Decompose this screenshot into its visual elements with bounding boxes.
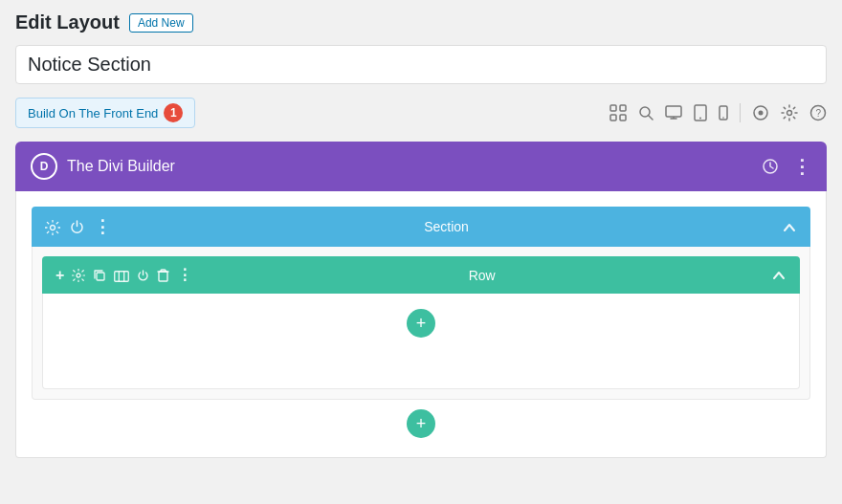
- grid-icon[interactable]: [609, 104, 627, 121]
- section-collapse-icon[interactable]: [782, 218, 797, 235]
- row-columns-icon[interactable]: [114, 268, 129, 282]
- section-power-icon[interactable]: [70, 219, 84, 235]
- help-icon[interactable]: ?: [809, 104, 827, 121]
- divi-builder-title: The Divi Builder: [67, 158, 175, 175]
- mobile-icon[interactable]: [719, 105, 728, 121]
- add-new-button[interactable]: Add New: [129, 13, 193, 33]
- svg-rect-22: [115, 271, 129, 281]
- section-label: Section: [111, 219, 782, 234]
- search-icon[interactable]: [638, 105, 654, 121]
- svg-point-20: [77, 274, 80, 277]
- divi-builder-panel: D The Divi Builder ⋮: [15, 142, 827, 191]
- svg-point-19: [51, 225, 55, 230]
- builder-body: ⋮ Section +: [15, 191, 827, 458]
- section-more-icon[interactable]: ⋮: [94, 216, 111, 237]
- row-collapse-icon[interactable]: [771, 267, 787, 284]
- svg-rect-6: [666, 106, 681, 117]
- builder-more-icon[interactable]: ⋮: [792, 155, 811, 178]
- add-section-button[interactable]: +: [407, 409, 435, 438]
- row-add-icon[interactable]: +: [55, 267, 64, 284]
- add-module-button[interactable]: +: [407, 309, 435, 338]
- row-more-icon[interactable]: ⋮: [177, 266, 192, 284]
- svg-point-14: [759, 111, 764, 116]
- row-bar: +: [42, 256, 800, 294]
- row-label: Row: [192, 268, 771, 283]
- build-btn-label: Build On The Front End: [28, 106, 158, 121]
- section-bar: ⋮ Section: [32, 207, 810, 247]
- svg-rect-25: [159, 272, 167, 281]
- builder-history-icon[interactable]: [762, 158, 779, 176]
- history-icon[interactable]: [752, 104, 769, 121]
- row-duplicate-icon[interactable]: [93, 268, 106, 283]
- row-power-icon[interactable]: [137, 268, 149, 282]
- divi-logo: D: [31, 153, 57, 180]
- row-body: +: [42, 294, 800, 389]
- layout-name-input[interactable]: [15, 45, 827, 84]
- svg-rect-3: [620, 115, 626, 121]
- notification-badge: 1: [164, 103, 183, 122]
- row-container: +: [32, 247, 810, 400]
- svg-text:?: ?: [816, 108, 822, 119]
- svg-point-12: [722, 117, 724, 119]
- toolbar-divider: [740, 103, 741, 122]
- gear-icon[interactable]: [781, 104, 798, 121]
- row-delete-icon[interactable]: [157, 268, 169, 283]
- row-settings-icon[interactable]: [72, 268, 85, 283]
- svg-rect-2: [610, 115, 616, 121]
- page-title: Edit Layout: [15, 11, 120, 33]
- svg-point-10: [699, 118, 701, 120]
- svg-point-15: [787, 111, 792, 116]
- desktop-icon[interactable]: [665, 105, 682, 121]
- tablet-icon[interactable]: [694, 104, 707, 121]
- build-on-front-end-button[interactable]: Build On The Front End 1: [15, 98, 195, 128]
- svg-line-5: [649, 116, 653, 120]
- svg-rect-21: [97, 273, 104, 280]
- svg-rect-0: [610, 105, 616, 111]
- svg-rect-1: [620, 105, 626, 111]
- section-settings-icon[interactable]: [45, 218, 60, 234]
